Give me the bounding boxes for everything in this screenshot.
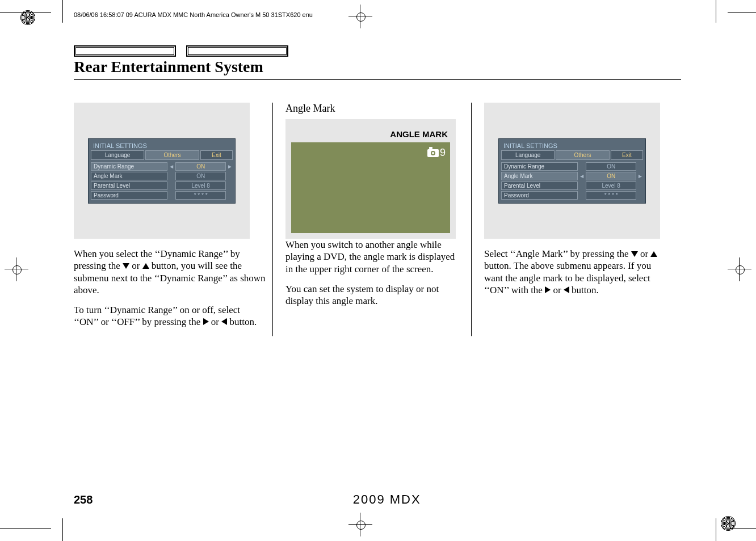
dvd-display: 9 [291,142,450,233]
menu-label: Parental Level [501,181,578,190]
initial-settings-menu: INITIAL SETTINGS Language Others Exit Dy… [498,138,646,204]
settings-screenshot: INITIAL SETTINGS Language Others Exit Dy… [74,103,250,239]
body-text: When you switch to another angle while p… [285,239,464,275]
footer-model: 2009 MDX [93,492,681,507]
menu-label: Dynamic Range [91,162,167,171]
menu-heading: INITIAL SETTINGS [501,141,643,150]
page-content: Rear Entertainment System INITIAL SETTIN… [74,45,681,336]
menu-value: ON [586,162,636,171]
menu-value: Level 8 [175,181,226,190]
arrow-left-icon: ◄ [169,162,174,171]
menu-row-password: Password * * * * [501,191,643,200]
tab-box [74,45,176,57]
menu-row-dynamic-range: Dynamic Range ◄ ON ► [91,162,233,171]
menu-row-angle-mark: Angle Mark ◄ ON ► [501,172,643,180]
page-title: Rear Entertainment System [74,58,681,76]
page-number: 258 [74,493,93,506]
menu-row-parental: Parental Level Level 8 [91,181,233,190]
dvd-screenshot: ANGLE MARK 9 [285,119,456,239]
angle-number: 9 [440,147,446,159]
crop-line [0,528,51,529]
body-text: Select ‘‘Angle Mark’’ by pressing the or… [484,248,663,296]
body-text: To turn ‘‘Dynamic Range’’ on or off, sel… [74,304,266,328]
subheading: Angle Mark [285,103,464,115]
registration-mark-icon [721,516,736,531]
up-triangle-icon [142,263,149,269]
menu-row-dynamic-range: Dynamic Range ON [501,162,643,171]
menu-row-angle-mark: Angle Mark ON [91,172,233,180]
crop-cross-icon [352,8,369,25]
crop-line [716,518,716,541]
crop-line [728,12,756,13]
menu-tab-others: Others [556,150,609,160]
menu-value: * * * * [175,191,226,200]
menu-tab-language: Language [91,150,144,160]
crop-line [716,0,716,23]
print-header: 08/06/06 16:58:07 09 ACURA MDX MMC North… [74,11,313,18]
menu-row-password: Password * * * * [91,191,233,200]
crop-cross-icon [8,261,25,278]
menu-label: Parental Level [91,181,167,190]
crop-line [0,12,51,13]
menu-label: Password [91,191,167,200]
menu-tab-language: Language [501,150,555,160]
down-triangle-icon [631,251,638,257]
menu-value: Level 8 [586,181,636,190]
crop-cross-icon [352,516,369,533]
menu-label: Password [501,191,578,200]
right-triangle-icon [545,286,551,293]
crop-line [62,0,63,23]
column-3: INITIAL SETTINGS Language Others Exit Dy… [471,103,670,336]
menu-row-parental: Parental Level Level 8 [501,181,643,190]
left-triangle-icon [221,318,227,325]
page-footer: 258 2009 MDX [74,492,681,507]
column-1: INITIAL SETTINGS Language Others Exit Dy… [74,103,272,336]
menu-tab-others: Others [145,150,199,160]
initial-settings-menu: INITIAL SETTINGS Language Others Exit Dy… [88,138,236,204]
header-tab-boxes [74,45,681,57]
crop-cross-icon [731,261,748,278]
menu-label: Dynamic Range [501,162,578,171]
body-text: You can set the system to display or not… [285,283,464,307]
right-triangle-icon [203,318,209,325]
menu-label: Angle Mark [501,172,578,180]
up-triangle-icon [650,251,657,257]
left-triangle-icon [564,286,569,293]
arrow-left-icon: ◄ [579,172,585,180]
menu-tab-exit: Exit [200,150,233,160]
down-triangle-icon [123,263,129,269]
menu-tab-exit: Exit [611,150,643,160]
angle-mark-badge: 9 [427,147,446,159]
arrow-right-icon: ► [227,162,233,171]
column-2: Angle Mark ANGLE MARK 9 When you switch … [272,103,471,336]
menu-heading: INITIAL SETTINGS [91,141,233,150]
settings-screenshot: INITIAL SETTINGS Language Others Exit Dy… [484,103,660,239]
menu-value: ON [175,172,226,180]
tab-box [186,45,288,57]
arrow-right-icon: ► [637,172,643,180]
menu-label: Angle Mark [91,172,167,180]
camera-icon [427,149,439,157]
menu-value: ON [175,162,226,171]
crop-line [62,518,63,541]
menu-value: ON [586,172,636,180]
title-rule [74,79,681,80]
menu-value: * * * * [586,191,636,200]
angle-mark-label: ANGLE MARK [285,119,456,142]
crop-line [728,528,756,529]
body-text: When you select the ‘‘Dynamic Range’’ by… [74,248,266,296]
